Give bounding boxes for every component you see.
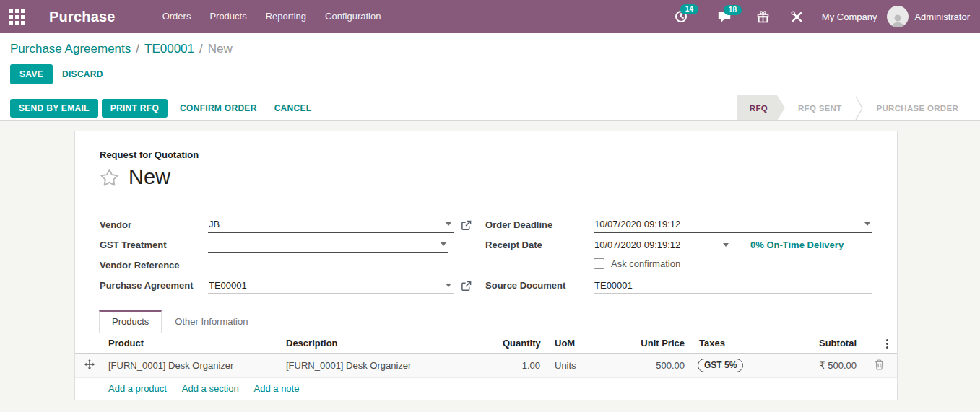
- control-panel: Purchase Agreements / TE00001 / New SAVE…: [0, 33, 980, 84]
- breadcrumb-separator: /: [199, 42, 203, 56]
- edit-buttons: SAVE DISCARD: [10, 64, 970, 84]
- quantity-column-header[interactable]: Quantity: [498, 333, 545, 354]
- order-lines-table: Product Description Quantity UoM Unit Pr…: [75, 333, 897, 400]
- status-step-purchase-order[interactable]: PURCHASE ORDER: [864, 95, 971, 120]
- kebab-menu-icon: [886, 339, 888, 349]
- avatar[interactable]: [887, 6, 909, 27]
- breadcrumb: Purchase Agreements / TE00001 / New: [10, 42, 970, 56]
- vendor-dropdown-caret-icon[interactable]: [446, 222, 451, 226]
- user-menu[interactable]: Administrator: [914, 12, 970, 22]
- receipt-date-label: Receipt Date: [485, 240, 594, 253]
- field-ask-confirmation: Ask confirmation: [485, 253, 872, 273]
- tab-other-information[interactable]: Other Information: [162, 310, 261, 333]
- description-column-header[interactable]: Description: [282, 333, 498, 354]
- taxes-column-header[interactable]: Taxes: [689, 333, 813, 354]
- add-note-link[interactable]: Add a note: [254, 383, 300, 394]
- tax-badge[interactable]: GST 5%: [698, 359, 743, 372]
- confirm-order-button[interactable]: CONFIRM ORDER: [171, 99, 266, 118]
- activities-button[interactable]: 14: [669, 6, 693, 27]
- unit-price-column-header[interactable]: Unit Price: [625, 333, 689, 354]
- receipt-date-input[interactable]: 10/07/2020 09:19:12: [594, 237, 731, 253]
- vendor-reference-input[interactable]: [208, 258, 448, 273]
- on-time-delivery-stat[interactable]: 0% On-Time Delivery: [750, 240, 844, 253]
- product-column-header[interactable]: Product: [104, 333, 282, 354]
- receipt-date-value: 10/07/2020 09:19:12: [594, 240, 680, 250]
- cell-uom[interactable]: Units: [545, 354, 625, 378]
- add-line-row: Add a product Add a section Add a note: [75, 378, 897, 400]
- breadcrumb-te00001[interactable]: TE00001: [144, 42, 194, 56]
- gst-treatment-input[interactable]: [208, 237, 448, 253]
- breadcrumb-purchase-agreements[interactable]: Purchase Agreements: [10, 42, 131, 56]
- status-pipeline: RFQ RFQ SENT PURCHASE ORDER: [737, 95, 971, 120]
- uom-column-header[interactable]: UoM: [545, 333, 625, 354]
- form-view: Request for Quotation New Vendor JB: [0, 121, 980, 412]
- ask-confirmation-checkbox[interactable]: [594, 258, 604, 269]
- status-step-rfq-sent[interactable]: RFQ SENT: [785, 95, 855, 120]
- order-deadline-input[interactable]: 10/07/2020 09:19:12: [594, 217, 872, 233]
- favorite-star-icon[interactable]: [100, 168, 119, 187]
- agreement-external-link-icon[interactable]: [461, 281, 472, 294]
- vendor-external-link-icon[interactable]: [461, 220, 472, 233]
- app-title[interactable]: Purchase: [49, 9, 116, 25]
- gst-dropdown-caret-icon[interactable]: [441, 242, 446, 246]
- print-rfq-button[interactable]: PRINT RFQ: [102, 99, 168, 118]
- gst-treatment-label: GST Treatment: [100, 240, 208, 253]
- status-step-rfq[interactable]: RFQ: [737, 95, 785, 120]
- send-by-email-button[interactable]: SEND BY EMAIL: [10, 99, 98, 118]
- purchase-agreement-input[interactable]: TE00001: [208, 278, 454, 294]
- user-silhouette-icon: [890, 13, 906, 27]
- source-document-value: TE00001: [594, 280, 633, 291]
- field-order-deadline: Order Deadline 10/07/2020 09:19:12: [485, 213, 872, 233]
- field-vendor: Vendor JB: [100, 213, 472, 233]
- order-line-row[interactable]: [FURN_0001] Desk Organizer [FURN_0001] D…: [75, 354, 897, 378]
- apps-menu-icon[interactable]: [0, 0, 33, 33]
- cell-quantity[interactable]: 1.00: [498, 354, 545, 378]
- rewards-button[interactable]: [751, 6, 775, 27]
- receipt-date-caret-icon[interactable]: [723, 243, 729, 247]
- purchase-agreement-value: TE00001: [209, 280, 247, 291]
- add-section-link[interactable]: Add a section: [182, 383, 239, 394]
- handle-column-header: [75, 333, 104, 354]
- vendor-input[interactable]: JB: [208, 217, 454, 233]
- optional-columns-button[interactable]: [861, 333, 897, 354]
- notebook-tabs: Products Other Information: [75, 310, 897, 333]
- agreement-dropdown-caret-icon[interactable]: [446, 284, 451, 287]
- support-tools-button[interactable]: [785, 6, 809, 27]
- menu-reporting[interactable]: Reporting: [256, 0, 316, 33]
- tab-products[interactable]: Products: [99, 310, 162, 333]
- ask-confirmation-spacer: [485, 271, 594, 273]
- add-product-link[interactable]: Add a product: [108, 383, 167, 394]
- menu-orders[interactable]: Orders: [153, 0, 201, 33]
- order-deadline-caret-icon[interactable]: [864, 222, 870, 226]
- source-document-label: Source Document: [485, 280, 594, 294]
- field-purchase-agreement: Purchase Agreement TE00001: [100, 273, 472, 294]
- company-switcher[interactable]: My Company: [822, 12, 877, 22]
- delete-line-icon[interactable]: [875, 359, 884, 370]
- status-chevron-icon: [855, 95, 864, 120]
- cell-subtotal: ₹ 500.00: [813, 354, 861, 378]
- top-navbar: Purchase Orders Products Reporting Confi…: [0, 0, 980, 33]
- move-icon: [84, 359, 95, 369]
- breadcrumb-current: New: [208, 42, 233, 56]
- source-document-input[interactable]: TE00001: [594, 278, 872, 294]
- cell-unit-price[interactable]: 500.00: [625, 354, 689, 378]
- drag-handle[interactable]: [75, 354, 104, 378]
- field-receipt-date: Receipt Date 10/07/2020 09:19:12 0% On-T…: [485, 233, 872, 253]
- field-gst-treatment: GST Treatment: [100, 233, 472, 253]
- messages-button[interactable]: 18: [712, 6, 737, 27]
- save-button[interactable]: SAVE: [10, 64, 53, 84]
- subtotal-column-header[interactable]: Subtotal: [813, 333, 861, 354]
- menu-configuration[interactable]: Configuration: [316, 0, 390, 33]
- cell-product[interactable]: [FURN_0001] Desk Organizer: [104, 354, 282, 378]
- field-vendor-reference: Vendor Reference: [100, 253, 472, 273]
- statusbar-row: SEND BY EMAIL PRINT RFQ CONFIRM ORDER CA…: [0, 95, 980, 121]
- cell-description[interactable]: [FURN_0001] Desk Organizer: [282, 354, 498, 378]
- cell-taxes[interactable]: GST 5%: [689, 354, 813, 378]
- activity-count-badge: 14: [680, 4, 698, 14]
- ask-confirmation-label: Ask confirmation: [611, 258, 680, 269]
- record-title: New: [129, 165, 170, 189]
- menu-products[interactable]: Products: [200, 0, 256, 33]
- discard-button[interactable]: DISCARD: [53, 64, 113, 84]
- cancel-button[interactable]: CANCEL: [266, 99, 321, 118]
- tools-icon: [791, 11, 803, 23]
